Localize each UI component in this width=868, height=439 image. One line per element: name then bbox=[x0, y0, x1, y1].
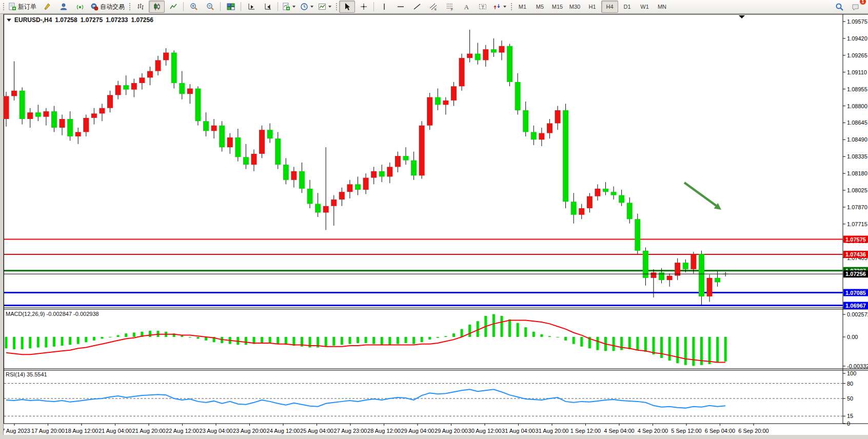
arrows-tool-button[interactable] bbox=[491, 1, 508, 13]
rsi-tick-label: 100 bbox=[847, 370, 856, 376]
line-chart-button[interactable] bbox=[165, 1, 181, 13]
indicator-window-prev-button[interactable] bbox=[243, 1, 259, 13]
macd-histogram-bar bbox=[573, 337, 575, 344]
clock-icon bbox=[300, 3, 308, 11]
chart-area[interactable]: 1.095751.094201.092651.091101.089551.088… bbox=[0, 0, 868, 439]
rsi-tick-label: 80 bbox=[847, 381, 853, 387]
macd-tick-label: 0.002572 bbox=[847, 311, 868, 317]
rsi-indicator-label: RSI(14) 35.5541 bbox=[6, 371, 47, 377]
macd-histogram-bar bbox=[452, 333, 455, 337]
macd-histogram-bar bbox=[660, 337, 663, 358]
macd-histogram-bar bbox=[5, 337, 8, 348]
candle-body bbox=[555, 110, 561, 123]
candle-body bbox=[411, 161, 417, 176]
add-indicator-button[interactable] bbox=[280, 1, 298, 13]
macd-histogram-bar bbox=[636, 337, 639, 350]
price-tick-label: 1.09575 bbox=[847, 18, 867, 25]
candle-body bbox=[4, 96, 9, 119]
candle-body bbox=[179, 83, 185, 94]
candle-body bbox=[547, 123, 553, 133]
indicator-window-next-button[interactable] bbox=[260, 1, 275, 13]
new-order-button[interactable]: 新订单 bbox=[6, 1, 38, 13]
time-tick-label: 28 Aug 12:00 bbox=[367, 428, 401, 434]
candle-body bbox=[19, 91, 25, 119]
macd-histogram-bar bbox=[196, 337, 199, 338]
macd-histogram-bar bbox=[93, 337, 95, 341]
trendline-icon bbox=[413, 3, 421, 11]
text-tool-button[interactable]: A bbox=[458, 1, 474, 13]
timeframe-d1-button[interactable]: D1 bbox=[619, 1, 636, 13]
macd-histogram-bar bbox=[652, 337, 655, 354]
time-tick-label: 31 Aug 20:00 bbox=[536, 428, 569, 434]
autotrading-button[interactable]: 自动交易 bbox=[88, 1, 127, 13]
text-label-tool-button[interactable]: T bbox=[475, 1, 490, 13]
time-tick-label: 17 Aug 20:00 bbox=[31, 428, 65, 434]
notifications-button[interactable]: 1 bbox=[848, 1, 864, 13]
crosshair-button[interactable] bbox=[356, 1, 371, 13]
candle-body bbox=[283, 165, 289, 180]
time-tick-label: 27 Aug 23:00 bbox=[334, 428, 367, 434]
price-tick-label: 1.07870 bbox=[847, 204, 867, 210]
tile-windows-button[interactable] bbox=[223, 1, 239, 13]
timeframe-h4-button[interactable]: H4 bbox=[601, 1, 618, 13]
timeframe-m5-button[interactable]: M5 bbox=[531, 1, 548, 13]
signals-button[interactable] bbox=[72, 1, 88, 13]
price-line-label: 1.07575 bbox=[843, 236, 868, 243]
time-tick-label: 22 Aug 12:00 bbox=[166, 428, 199, 434]
candle-body bbox=[227, 137, 233, 147]
bar-chart-button[interactable] bbox=[132, 1, 148, 13]
timeframe-m15-button[interactable]: M15 bbox=[549, 1, 566, 13]
toolbar-grip[interactable] bbox=[2, 2, 5, 11]
toolbar-grip[interactable] bbox=[128, 2, 131, 11]
toolbar-grip[interactable] bbox=[510, 2, 512, 11]
candlestick-chart-button[interactable] bbox=[149, 1, 165, 13]
macd-indicator-label: MACD(12,26,9) -0.002847 -0.002938 bbox=[6, 311, 99, 317]
timeframe-h1-button[interactable]: H1 bbox=[584, 1, 601, 13]
price-tick-label: 1.08335 bbox=[847, 153, 867, 159]
styler-button[interactable] bbox=[39, 1, 55, 13]
text-icon: A bbox=[462, 3, 470, 11]
zoom-in-button[interactable] bbox=[186, 1, 202, 13]
channel-tool-button[interactable]: E bbox=[425, 1, 441, 13]
macd-histogram-bar bbox=[245, 337, 247, 345]
time-tick-label: 24 Aug 12:00 bbox=[267, 428, 300, 434]
time-tick-label: 31 Aug 04:00 bbox=[502, 428, 535, 434]
open-value: 1.07258 bbox=[55, 16, 77, 24]
timeframe-m30-button[interactable]: M30 bbox=[566, 1, 583, 13]
time-tick-label: 21 Aug 20:00 bbox=[132, 428, 166, 434]
chat-bubble-icon bbox=[852, 3, 860, 11]
horizontal-line-icon bbox=[397, 3, 405, 11]
search-button[interactable] bbox=[832, 1, 847, 13]
macd-histogram-bar bbox=[708, 337, 711, 364]
candle-body bbox=[163, 52, 169, 60]
macd-histogram-bar bbox=[524, 327, 527, 337]
time-tick-label: 23 Aug 04:00 bbox=[200, 428, 233, 434]
zoom-out-button[interactable] bbox=[202, 1, 218, 13]
low-value: 1.07233 bbox=[106, 16, 128, 24]
price-tick-label: 1.09265 bbox=[847, 52, 867, 58]
chart-background[interactable] bbox=[4, 14, 868, 439]
cursor-button[interactable] bbox=[339, 1, 355, 13]
candle-body bbox=[387, 167, 392, 176]
time-tick-label: 17 Aug 2023 bbox=[0, 428, 30, 434]
candle-body bbox=[11, 91, 17, 96]
fibonacci-tool-button[interactable]: F bbox=[442, 1, 458, 13]
new-order-icon bbox=[8, 3, 16, 11]
macd-histogram-bar bbox=[109, 337, 111, 337]
trendline-tool-button[interactable] bbox=[409, 1, 425, 13]
toolbar-grip[interactable] bbox=[335, 2, 338, 11]
candle-body bbox=[315, 204, 321, 213]
macd-histogram-bar bbox=[85, 337, 87, 342]
macd-histogram-bar bbox=[684, 337, 687, 365]
templates-button[interactable] bbox=[316, 1, 333, 13]
chart-menu-triangle-icon[interactable] bbox=[7, 18, 11, 22]
macd-histogram-bar bbox=[517, 323, 519, 337]
vertical-line-tool-button[interactable] bbox=[376, 1, 392, 13]
timeframe-mn-button[interactable]: MN bbox=[654, 1, 670, 13]
candle-body bbox=[515, 82, 521, 110]
horizontal-line-tool-button[interactable] bbox=[392, 1, 408, 13]
profile-button[interactable] bbox=[55, 1, 71, 13]
timeframe-m1-button[interactable]: M1 bbox=[514, 1, 531, 13]
timeframe-w1-button[interactable]: W1 bbox=[636, 1, 653, 13]
periods-button[interactable] bbox=[298, 1, 315, 13]
